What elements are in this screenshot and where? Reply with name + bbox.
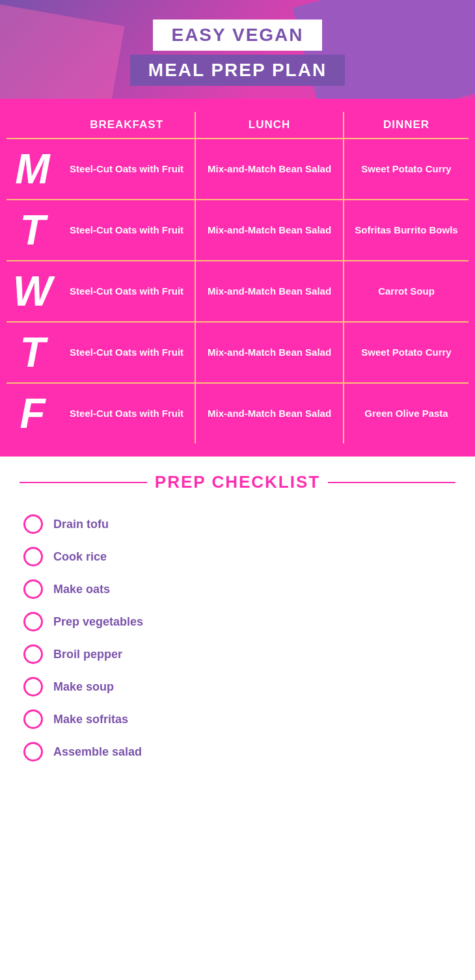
lunch-text: Mix-and-Match Bean Salad bbox=[201, 224, 338, 237]
list-item[interactable]: Make oats bbox=[20, 573, 455, 605]
day-cell: W bbox=[7, 261, 59, 322]
breakfast-text: Steel-Cut Oats with Fruit bbox=[64, 407, 189, 420]
lunch-cell: Mix-and-Match Bean Salad bbox=[195, 200, 344, 261]
breakfast-text: Steel-Cut Oats with Fruit bbox=[64, 346, 189, 359]
lunch-text: Mix-and-Match Bean Salad bbox=[201, 346, 338, 359]
check-circle[interactable] bbox=[23, 677, 43, 696]
check-label: Make soup bbox=[53, 680, 114, 694]
day-letter: T bbox=[12, 332, 53, 373]
title-box-2: MEAL PREP PLAN bbox=[130, 55, 345, 86]
lunch-text: Mix-and-Match Bean Salad bbox=[201, 163, 338, 176]
breakfast-text: Steel-Cut Oats with Fruit bbox=[64, 285, 189, 298]
check-label: Drain tofu bbox=[53, 518, 109, 531]
dinner-text: Sofritas Burrito Bowls bbox=[349, 224, 463, 237]
col-day-header bbox=[7, 112, 59, 139]
lunch-cell: Mix-and-Match Bean Salad bbox=[195, 383, 344, 444]
day-letter: M bbox=[12, 148, 53, 190]
dinner-cell: Sofritas Burrito Bowls bbox=[344, 200, 468, 261]
check-label: Make oats bbox=[53, 583, 110, 596]
title-line-left bbox=[20, 482, 147, 483]
table-row: W Steel-Cut Oats with Fruit Mix-and-Matc… bbox=[7, 261, 468, 322]
lunch-text: Mix-and-Match Bean Salad bbox=[201, 285, 338, 298]
breakfast-cell: Steel-Cut Oats with Fruit bbox=[59, 383, 195, 444]
check-circle[interactable] bbox=[23, 742, 43, 761]
check-label: Prep vegetables bbox=[53, 615, 143, 629]
day-cell: F bbox=[7, 383, 59, 444]
day-letter: W bbox=[12, 271, 53, 312]
lunch-cell: Mix-and-Match Bean Salad bbox=[195, 261, 344, 322]
lunch-cell: Mix-and-Match Bean Salad bbox=[195, 139, 344, 200]
dinner-cell: Sweet Potato Curry bbox=[344, 322, 468, 383]
breakfast-text: Steel-Cut Oats with Fruit bbox=[64, 224, 189, 237]
list-item[interactable]: Broil pepper bbox=[20, 638, 455, 670]
header: EASY VEGAN MEAL PREP PLAN bbox=[0, 0, 475, 99]
day-letter: F bbox=[12, 393, 53, 434]
checklist-section: PREP CHECKLIST Drain tofu Cook rice Make… bbox=[0, 457, 475, 788]
list-item[interactable]: Cook rice bbox=[20, 540, 455, 573]
lunch-header: LUNCH bbox=[195, 112, 344, 139]
table-row: T Steel-Cut Oats with Fruit Mix-and-Matc… bbox=[7, 322, 468, 383]
breakfast-cell: Steel-Cut Oats with Fruit bbox=[59, 322, 195, 383]
dinner-text: Green Olive Pasta bbox=[349, 407, 463, 420]
table-row: F Steel-Cut Oats with Fruit Mix-and-Matc… bbox=[7, 383, 468, 444]
list-item[interactable]: Drain tofu bbox=[20, 508, 455, 540]
breakfast-cell: Steel-Cut Oats with Fruit bbox=[59, 139, 195, 200]
dinner-text: Sweet Potato Curry bbox=[349, 163, 463, 176]
list-item[interactable]: Make soup bbox=[20, 670, 455, 703]
breakfast-cell: Steel-Cut Oats with Fruit bbox=[59, 200, 195, 261]
day-letter: T bbox=[12, 209, 53, 251]
dinner-text: Sweet Potato Curry bbox=[349, 346, 463, 359]
dinner-cell: Carrot Soup bbox=[344, 261, 468, 322]
check-circle[interactable] bbox=[23, 579, 43, 599]
table-row: M Steel-Cut Oats with Fruit Mix-and-Matc… bbox=[7, 139, 468, 200]
dinner-cell: Green Olive Pasta bbox=[344, 383, 468, 444]
checklist-list: Drain tofu Cook rice Make oats Prep vege… bbox=[20, 508, 455, 768]
list-item[interactable]: Assemble salad bbox=[20, 735, 455, 768]
check-circle[interactable] bbox=[23, 709, 43, 729]
dinner-text: Carrot Soup bbox=[349, 285, 463, 298]
table-row: T Steel-Cut Oats with Fruit Mix-and-Matc… bbox=[7, 200, 468, 261]
check-label: Make sofritas bbox=[53, 713, 128, 726]
title-line2: MEAL PREP PLAN bbox=[148, 60, 327, 80]
check-label: Broil pepper bbox=[53, 648, 122, 661]
check-circle[interactable] bbox=[23, 514, 43, 534]
check-circle[interactable] bbox=[23, 547, 43, 566]
list-item[interactable]: Make sofritas bbox=[20, 703, 455, 735]
dinner-cell: Sweet Potato Curry bbox=[344, 139, 468, 200]
lunch-text: Mix-and-Match Bean Salad bbox=[201, 407, 338, 420]
check-label: Assemble salad bbox=[53, 745, 142, 759]
check-circle[interactable] bbox=[23, 612, 43, 631]
breakfast-text: Steel-Cut Oats with Fruit bbox=[64, 163, 189, 176]
title-line-right bbox=[328, 482, 455, 483]
lunch-cell: Mix-and-Match Bean Salad bbox=[195, 322, 344, 383]
meal-section: BREAKFAST LUNCH DINNER M Steel-Cut Oats … bbox=[0, 99, 475, 457]
day-cell: T bbox=[7, 200, 59, 261]
meal-table: BREAKFAST LUNCH DINNER M Steel-Cut Oats … bbox=[7, 112, 468, 444]
day-cell: M bbox=[7, 139, 59, 200]
checklist-title-row: PREP CHECKLIST bbox=[20, 472, 455, 492]
breakfast-header: BREAKFAST bbox=[59, 112, 195, 139]
check-circle[interactable] bbox=[23, 644, 43, 664]
check-label: Cook rice bbox=[53, 550, 107, 564]
dinner-header: DINNER bbox=[344, 112, 468, 139]
title-line1: EASY VEGAN bbox=[171, 25, 303, 45]
breakfast-cell: Steel-Cut Oats with Fruit bbox=[59, 261, 195, 322]
checklist-title: PREP CHECKLIST bbox=[155, 472, 320, 492]
header-row: BREAKFAST LUNCH DINNER bbox=[7, 112, 468, 139]
title-box-1: EASY VEGAN bbox=[153, 20, 321, 51]
list-item[interactable]: Prep vegetables bbox=[20, 605, 455, 638]
day-cell: T bbox=[7, 322, 59, 383]
